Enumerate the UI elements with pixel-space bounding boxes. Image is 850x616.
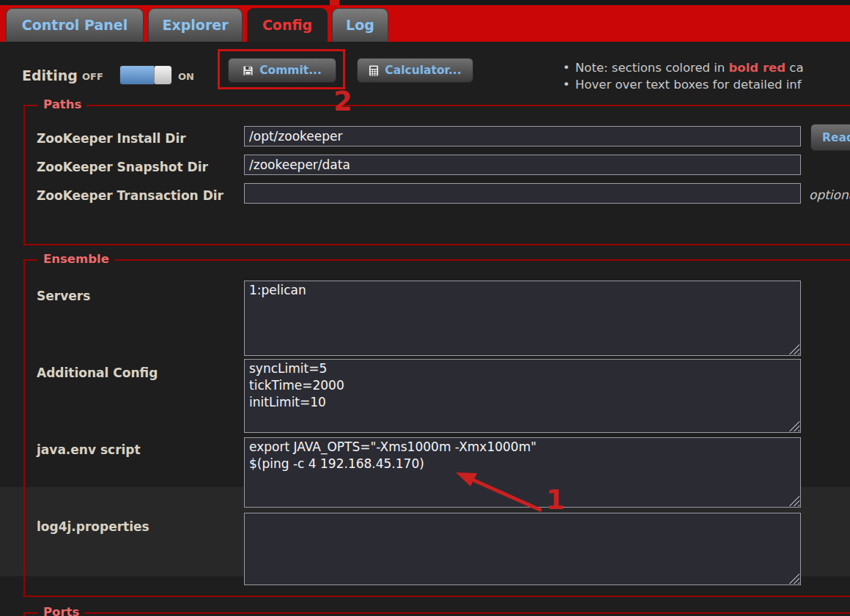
field-label-servers: Servers — [37, 282, 90, 310]
notes-list: •Note: sections colored in bold red ca •… — [563, 59, 850, 93]
note-item: •Hover over text boxes for detailed inf — [563, 76, 850, 93]
toggle-off-label: OFF — [82, 71, 103, 82]
transaction-dir-input[interactable] — [244, 183, 801, 204]
optional-hint: optional — [809, 188, 850, 202]
field-label-transaction-dir: ZooKeeper Transaction Dir — [37, 182, 223, 209]
annotation-box-commit — [218, 49, 345, 89]
read-button[interactable]: Read — [810, 124, 850, 151]
read-button-label: Read — [822, 131, 850, 144]
toggle-fill — [120, 66, 154, 84]
editing-toggle[interactable] — [119, 65, 172, 85]
toggle-handle[interactable] — [154, 66, 171, 84]
section-ports — [23, 612, 850, 616]
top-strip — [0, 0, 850, 5]
field-label-install-dir: ZooKeeper Install Dir — [37, 125, 186, 152]
snapshot-dir-input[interactable] — [244, 155, 801, 175]
log4j-textarea[interactable] — [244, 513, 801, 585]
calculator-button[interactable]: Calculator... — [357, 58, 473, 83]
field-label-snapshot-dir: ZooKeeper Snapshot Dir — [37, 153, 208, 181]
field-label-log4j: log4j.properties — [37, 513, 149, 541]
annotation-arrow-fragment — [330, 0, 339, 5]
toggle-on-label: ON — [178, 71, 194, 82]
annotation-step-1: 1 — [546, 484, 565, 516]
tab-config[interactable]: Config — [247, 8, 328, 42]
section-ensemble-legend: Ensemble — [38, 252, 114, 266]
section-ports-legend: Ports — [38, 605, 84, 616]
field-label-additional-config: Additional Config — [37, 359, 158, 387]
section-paths-legend: Paths — [38, 97, 86, 111]
servers-textarea[interactable]: 1:pelican — [244, 281, 801, 356]
tab-log[interactable]: Log — [332, 8, 388, 42]
annotation-step-2: 2 — [333, 86, 352, 117]
editing-label: Editing — [22, 67, 78, 84]
note-item: •Note: sections colored in bold red ca — [563, 59, 850, 76]
additional-config-textarea[interactable]: syncLimit=5 tickTime=2000 initLimit=10 — [244, 359, 801, 433]
tab-bar: Control Panel Explorer Config Log — [0, 5, 850, 42]
calculator-button-label: Calculator... — [385, 64, 461, 77]
tab-control-panel[interactable]: Control Panel — [6, 8, 144, 42]
install-dir-input[interactable] — [244, 126, 801, 146]
calculator-icon — [369, 65, 379, 76]
tab-explorer[interactable]: Explorer — [148, 8, 243, 42]
field-label-java-env: java.env script — [37, 436, 141, 464]
